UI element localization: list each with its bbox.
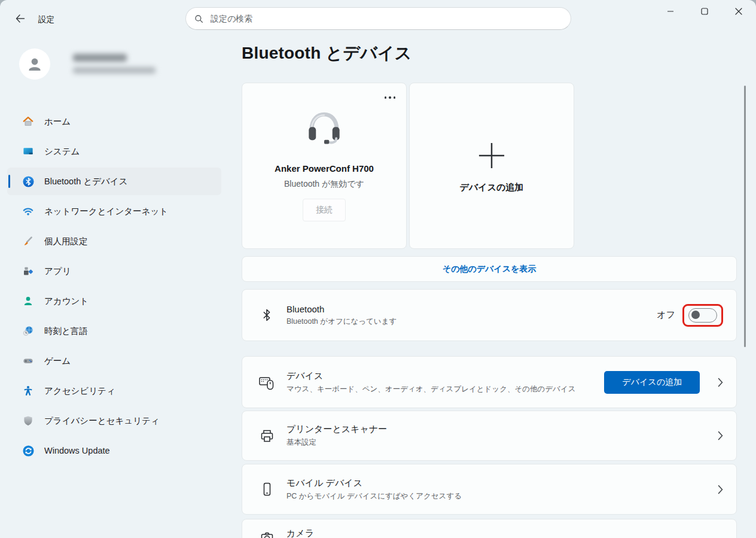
back-arrow-icon [15, 14, 25, 23]
sidebar-item-apps[interactable]: アプリ [7, 257, 221, 285]
mobile-row-title: モバイル デバイス [286, 478, 462, 489]
app-title: 設定 [38, 14, 54, 25]
person-icon [26, 55, 44, 73]
sidebar-item-accounts[interactable]: アカウント [7, 287, 221, 315]
printers-scanners-row[interactable]: プリンターとスキャナー 基本設定 [242, 411, 737, 461]
accessibility-icon [22, 385, 35, 397]
personalization-icon [22, 235, 35, 247]
camera-row-title: カメラ [286, 528, 314, 538]
add-device-card[interactable]: デバイスの追加 [409, 83, 574, 249]
sidebar-item-privacy[interactable]: プライバシーとセキュリティ [7, 407, 221, 434]
bluetooth-row-title: Bluetooth [286, 304, 397, 314]
toggle-state-label: オフ [657, 309, 675, 321]
camera-row[interactable]: カメラ [242, 519, 737, 538]
printers-row-title: プリンターとスキャナー [286, 424, 387, 435]
show-more-devices-button[interactable]: その他のデバイスを表示 [242, 256, 737, 282]
accounts-icon [22, 295, 35, 307]
annotation-highlight-box [682, 304, 723, 327]
avatar[interactable] [19, 48, 50, 80]
plus-icon [478, 142, 505, 172]
selected-accent-bar [8, 175, 10, 188]
scrollbar-thumb[interactable] [744, 86, 746, 347]
sidebar-item-label: Windows Update [44, 446, 110, 455]
chevron-right-icon [718, 485, 723, 494]
network-icon [22, 205, 35, 217]
mobile-phone-icon [257, 481, 277, 497]
search-box[interactable] [185, 7, 571, 30]
devices-row-subtitle: マウス、キーボード、ペン、オーディオ、ディスプレイとドック、その他のデバイス [286, 384, 576, 394]
sidebar-item-gaming[interactable]: ゲーム [7, 347, 221, 375]
sidebar-item-bluetooth-devices[interactable]: Bluetooth とデバイス [7, 168, 221, 195]
gaming-icon [22, 355, 35, 367]
privacy-icon [22, 415, 35, 427]
search-icon [194, 14, 203, 23]
minimize-button[interactable] [653, 0, 687, 23]
devices-row-title: デバイス [286, 370, 576, 382]
chevron-right-icon [718, 378, 723, 387]
sidebar-item-label: システム [44, 146, 80, 157]
sidebar-item-label: ホーム [44, 116, 71, 127]
maximize-icon [701, 8, 708, 15]
user-name-blurred [73, 54, 127, 62]
devices-icon [257, 374, 277, 391]
back-button[interactable] [10, 8, 30, 29]
home-icon [22, 115, 35, 127]
sidebar-item-label: アカウント [44, 296, 89, 307]
sidebar-item-label: 個人用設定 [44, 236, 88, 247]
windows-update-icon [22, 445, 35, 457]
settings-window: 設定 ホーム システム Bluetooth とデバイ [0, 0, 756, 538]
mobile-devices-row[interactable]: モバイル デバイス PC からモバイル デバイスにすばやくアクセスする [242, 464, 737, 515]
search-input[interactable] [209, 13, 562, 24]
mobile-row-subtitle: PC からモバイル デバイスにすばやくアクセスする [286, 491, 462, 501]
user-email-blurred [73, 67, 156, 74]
printer-icon [257, 428, 277, 444]
page-title: Bluetooth とデバイス [242, 42, 412, 65]
more-options-icon[interactable] [385, 96, 396, 99]
sidebar-item-accessibility[interactable]: アクセシビリティ [7, 377, 221, 405]
sidebar-item-label: 時刻と言語 [44, 326, 88, 337]
sidebar-item-windows-update[interactable]: Windows Update [7, 437, 221, 464]
sidebar-item-label: アクセシビリティ [44, 385, 115, 397]
sidebar-item-label: プライバシーとセキュリティ [44, 415, 160, 427]
show-more-devices-label: その他のデバイスを表示 [443, 264, 536, 275]
bluetooth-icon [22, 175, 35, 187]
sidebar-item-label: ネットワークとインターネット [44, 206, 168, 217]
sidebar-item-label: アプリ [44, 266, 71, 277]
bluetooth-glyph-icon [257, 307, 277, 323]
device-name: Anker PowerConf H700 [242, 163, 406, 174]
printers-row-subtitle: 基本設定 [286, 437, 387, 448]
system-icon [22, 145, 35, 157]
connect-button[interactable]: 接続 [303, 199, 346, 221]
camera-icon [257, 530, 277, 538]
window-controls [653, 0, 755, 23]
sidebar-item-home[interactable]: ホーム [7, 108, 221, 135]
minimize-icon [667, 8, 674, 15]
add-device-button[interactable]: デバイスの追加 [604, 371, 700, 394]
add-device-label: デバイスの追加 [410, 182, 574, 193]
sidebar-item-label: ゲーム [44, 355, 71, 367]
sidebar-item-system[interactable]: システム [7, 138, 221, 165]
close-button[interactable] [721, 0, 755, 23]
maximize-button[interactable] [687, 0, 721, 23]
sidebar-item-time-language[interactable]: 時刻と言語 [7, 317, 221, 345]
device-status: Bluetooth が無効です [242, 179, 406, 190]
headset-icon [304, 110, 344, 149]
toggle-knob [691, 311, 700, 319]
close-icon [735, 8, 742, 15]
sidebar-nav: ホーム システム Bluetooth とデバイス ネットワークとインターネット … [7, 108, 221, 467]
sidebar-item-personalization[interactable]: 個人用設定 [7, 227, 221, 255]
chevron-right-icon [718, 431, 723, 440]
sidebar-item-label: Bluetooth とデバイス [44, 176, 128, 187]
time-language-icon [22, 325, 35, 337]
apps-icon [22, 265, 35, 277]
bluetooth-row-subtitle: Bluetooth がオフになっています [286, 317, 397, 327]
bluetooth-toggle[interactable] [688, 308, 717, 323]
device-card-anker-powerconf: Anker PowerConf H700 Bluetooth が無効です 接続 [242, 83, 407, 249]
sidebar-item-network[interactable]: ネットワークとインターネット [7, 197, 221, 225]
devices-row[interactable]: デバイス マウス、キーボード、ペン、オーディオ、ディスプレイとドック、その他のデ… [242, 356, 737, 408]
bluetooth-toggle-row: Bluetooth Bluetooth がオフになっています オフ [242, 289, 737, 341]
